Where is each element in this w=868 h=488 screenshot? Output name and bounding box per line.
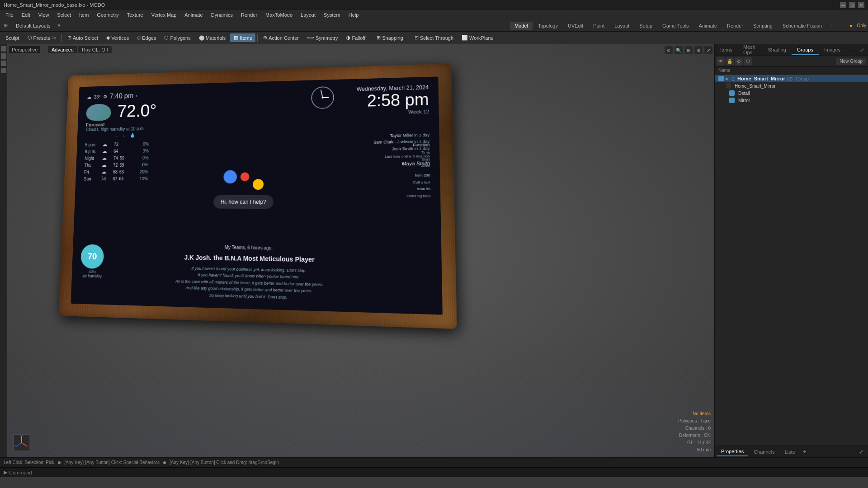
minimize-button[interactable]: —: [840, 2, 846, 8]
pp-tab-properties[interactable]: Properties: [717, 447, 748, 456]
rp-tab-images[interactable]: Images: [819, 45, 846, 55]
falloff-button[interactable]: ◑ Falloff: [342, 33, 369, 42]
menu-system[interactable]: System: [320, 11, 344, 19]
left-sidebar-tool-3[interactable]: [1, 61, 6, 66]
workplane-button[interactable]: ⬜ WorkPlane: [458, 33, 497, 42]
scene-tree[interactable]: ▶ ⬡ Home_Smart_Mirror (2) Group Home_Sma…: [715, 74, 868, 446]
fc-temps-6: 6764: [113, 176, 134, 181]
tab-animate[interactable]: Animate: [694, 22, 722, 30]
close-button[interactable]: ✕: [858, 2, 864, 8]
perspective-label[interactable]: Perspective: [9, 46, 40, 53]
select-through-button[interactable]: ⊡ Select Through: [411, 33, 457, 42]
edges-button[interactable]: ◇ Edges: [133, 33, 160, 42]
materials-button[interactable]: ⬤ Materials: [195, 33, 230, 42]
menu-view[interactable]: View: [35, 11, 53, 19]
menu-geometry[interactable]: Geometry: [93, 11, 122, 19]
tab-topology[interactable]: Topology: [533, 22, 562, 30]
tab-model[interactable]: Model: [510, 22, 533, 30]
menu-vertex-map[interactable]: Vertex Map: [148, 11, 180, 19]
left-sidebar-tool-2[interactable]: [1, 53, 6, 59]
polygons-button[interactable]: ⬡ Polygons: [160, 33, 194, 42]
pp-expand[interactable]: ⤢: [856, 447, 866, 456]
fc-day-3: Night: [85, 156, 99, 161]
menu-layout[interactable]: Layout: [297, 11, 319, 19]
layout-icon: ⊞: [2, 22, 9, 29]
rp-vis-button[interactable]: 👁: [717, 57, 725, 66]
menu-select[interactable]: Select: [53, 11, 75, 19]
vp-render-button[interactable]: ⊙: [665, 46, 673, 54]
fc-header-icon-3: 💧: [130, 133, 135, 138]
vp-expand-button[interactable]: ⤢: [704, 46, 712, 54]
menu-animate[interactable]: Animate: [181, 11, 206, 19]
pp-tab-add[interactable]: +: [800, 447, 809, 456]
tab-scripting[interactable]: Scripting: [749, 22, 777, 30]
auto-select-icon: ⊡: [67, 35, 71, 41]
menu-texture[interactable]: Texture: [123, 11, 147, 19]
snapping-button[interactable]: ⊞ Snapping: [373, 33, 407, 42]
auto-select-button[interactable]: ⊡ Auto Select: [64, 33, 102, 42]
action-center-button[interactable]: ⊕ Action Center: [259, 33, 302, 42]
fc-pct-2: 0%: [138, 148, 149, 153]
tree-child-3[interactable]: Mirror: [715, 97, 868, 104]
menu-dynamics[interactable]: Dynamics: [208, 11, 236, 19]
fn-from-50: from 50: [406, 186, 430, 192]
fn-title: Function: [406, 141, 430, 149]
new-group-button[interactable]: New Group: [836, 58, 866, 65]
menu-help[interactable]: Help: [345, 11, 363, 19]
symmetry-button[interactable]: ⟺ Symmetry: [303, 33, 342, 42]
menu-item[interactable]: Item: [75, 11, 92, 19]
items-button[interactable]: ▦ Items: [230, 33, 255, 42]
vertices-button[interactable]: ◆ Vertices: [103, 33, 132, 42]
vp-camera-button[interactable]: ⊞: [684, 46, 693, 54]
menu-file[interactable]: File: [2, 11, 17, 19]
tab-render[interactable]: Render: [722, 22, 748, 30]
pp-tab-lists[interactable]: Lists: [780, 448, 800, 456]
tree-root-item[interactable]: ▶ ⬡ Home_Smart_Mirror (2) Group: [715, 75, 868, 82]
pp-tab-channels[interactable]: Channels: [749, 448, 779, 456]
menu-maxtomodo[interactable]: MaxToModo: [262, 11, 296, 19]
tab-add-plus[interactable]: +: [827, 21, 836, 30]
tab-uvedit[interactable]: UVEdit: [563, 22, 588, 30]
vp-search-button[interactable]: 🔍: [675, 46, 683, 54]
layouts-chevron: ▼: [57, 23, 61, 28]
rp-tab-groups[interactable]: Groups: [792, 45, 819, 55]
menu-render[interactable]: Render: [237, 11, 261, 19]
command-input[interactable]: [9, 470, 864, 475]
vp-settings-button[interactable]: ⚙: [694, 46, 703, 54]
advanced-mode-button[interactable]: Advanced: [48, 46, 77, 53]
tree-vis-child3: [729, 98, 735, 103]
tab-layout[interactable]: Layout: [610, 22, 634, 30]
menu-edit[interactable]: Edit: [18, 11, 34, 19]
viewport[interactable]: Perspective Advanced Ray GL: Off ⊙ 🔍 ⊞ ⚙…: [7, 44, 714, 457]
tab-setup[interactable]: Setup: [635, 22, 657, 30]
viewport-top-right-controls: ⊙ 🔍 ⊞ ⚙ ⤢: [665, 46, 712, 54]
rp-render-button[interactable]: ⊙: [735, 57, 743, 66]
tab-game-tools[interactable]: Game Tools: [658, 22, 693, 30]
sculpt-label: Sculpt: [5, 35, 19, 41]
left-sidebar-tool-4[interactable]: [1, 68, 6, 73]
rp-panel-expand[interactable]: ⤢: [856, 45, 868, 55]
left-sidebar-tool-1[interactable]: [1, 46, 6, 52]
rp-wire-button[interactable]: ⬡: [744, 57, 752, 66]
presets-button[interactable]: ⬡ Presets Fx: [24, 33, 60, 42]
tree-child-1[interactable]: Home_Smart_Mirror: [715, 82, 868, 89]
maximize-button[interactable]: □: [849, 2, 855, 8]
items-icon: ▦: [234, 35, 238, 41]
svg-line-10: [321, 90, 323, 98]
command-bar[interactable]: ▶: [0, 467, 868, 477]
rp-tab-items[interactable]: Items: [715, 45, 738, 55]
tree-expand-root[interactable]: ▶: [726, 76, 729, 81]
rp-lock-button[interactable]: 🔒: [726, 57, 734, 66]
tab-paint[interactable]: Paint: [589, 22, 609, 30]
tree-child-2[interactable]: Detail: [715, 89, 868, 97]
sculpt-button[interactable]: Sculpt: [2, 34, 23, 42]
rp-tab-shading[interactable]: Shading: [762, 45, 791, 55]
tab-schematic-fusion[interactable]: Schematic Fusion: [778, 22, 826, 30]
clock-time: 2:58 pm: [357, 90, 429, 110]
ray-gl-button[interactable]: Ray GL: Off: [78, 46, 112, 53]
rp-tab-add[interactable]: +: [846, 45, 856, 55]
right-panel-toolbar: 👁 🔒 ⊙ ⬡ New Group: [715, 56, 868, 67]
default-layouts-dropdown[interactable]: Default Layouts: [11, 22, 55, 30]
rp-tab-mesh-ops[interactable]: Mesh Ops: [738, 42, 763, 58]
fc-day-4: Thu: [84, 163, 98, 168]
